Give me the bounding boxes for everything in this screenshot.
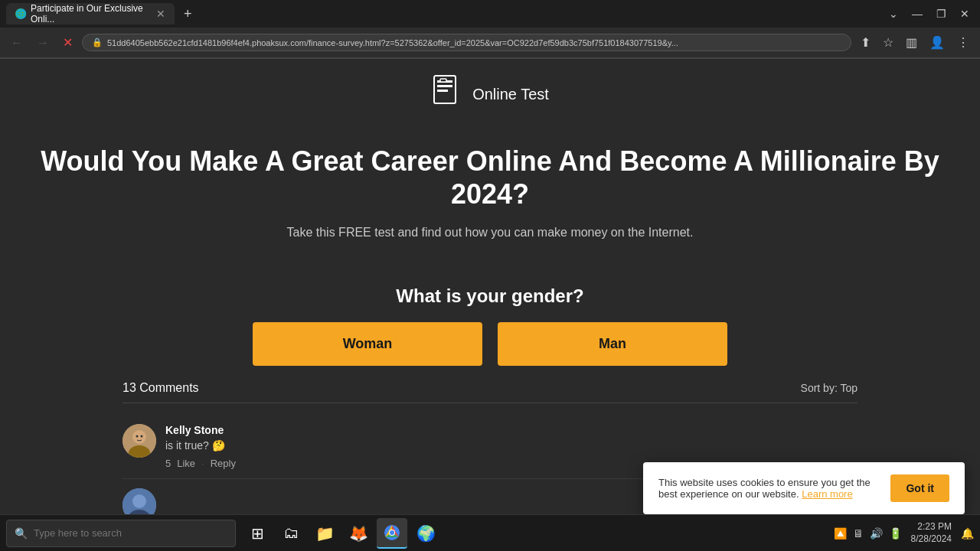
taskbar-right: 🔼 🖥 🔊 🔋 2:23 PM 8/28/2024 🔔 bbox=[834, 521, 974, 545]
tab-close-button[interactable]: ✕ bbox=[156, 8, 165, 20]
svg-rect-4 bbox=[440, 79, 446, 82]
minimize-button[interactable]: — bbox=[907, 6, 927, 21]
avatar bbox=[122, 488, 156, 515]
back-button[interactable]: ← bbox=[6, 33, 28, 53]
forward-button[interactable]: → bbox=[32, 33, 54, 53]
woman-button[interactable]: Woman bbox=[253, 322, 482, 366]
svg-point-11 bbox=[132, 494, 146, 508]
close-window-button[interactable]: ✕ bbox=[956, 6, 974, 21]
tab-favicon-icon: 🌐 bbox=[15, 8, 26, 19]
browser-actions: ⬆ ☆ ▥ 👤 ⋮ bbox=[856, 33, 974, 52]
taskbar-taskview[interactable]: 🗂 bbox=[276, 518, 306, 549]
taskbar-earth[interactable]: 🌍 bbox=[410, 518, 441, 549]
address-bar: ← → ✕ 🔒 51dd6405ebb562e21cfd1481b96f4ef4… bbox=[0, 28, 980, 58]
page-content: Online Test Would You Make A Great Caree… bbox=[0, 59, 980, 515]
comment-text: is it true? 🤔 bbox=[165, 439, 858, 452]
hero-headline: Would You Make A Great Career Online And… bbox=[31, 145, 949, 210]
tab-title: Participate in Our Exclusive Onli... bbox=[31, 3, 152, 24]
logo-icon bbox=[431, 74, 465, 114]
profile-button[interactable]: 👤 bbox=[925, 33, 949, 52]
taskbar-firefox[interactable]: 🦊 bbox=[343, 518, 374, 549]
battery-icon[interactable]: 🔋 bbox=[889, 527, 902, 540]
separator: · bbox=[201, 458, 204, 469]
taskbar-clock[interactable]: 2:23 PM 8/28/2024 bbox=[911, 521, 952, 545]
cookie-accept-button[interactable]: Got it bbox=[890, 474, 949, 502]
comments-header: 13 Comments Sort by: Top bbox=[122, 381, 858, 403]
cookie-banner: This website uses cookies to ensure you … bbox=[643, 462, 965, 514]
gender-buttons: Woman Man bbox=[0, 322, 980, 366]
notification-icon[interactable]: 🔼 bbox=[834, 527, 847, 540]
taskbar-apps: ⊞ 🗂 📁 🦊 🌍 bbox=[242, 518, 441, 549]
reload-button[interactable]: ✕ bbox=[58, 32, 77, 53]
cookie-learn-more-link[interactable]: Learn more bbox=[802, 488, 852, 500]
volume-icon[interactable]: 🔊 bbox=[870, 527, 883, 540]
tab-bar: 🌐 Participate in Our Exclusive Onli... ✕… bbox=[0, 0, 980, 28]
tab-controls: ⌄ — ❐ ✕ bbox=[884, 6, 974, 21]
man-button[interactable]: Man bbox=[498, 322, 727, 366]
taskbar-file-explorer[interactable]: 📁 bbox=[309, 518, 340, 549]
share-button[interactable]: ⬆ bbox=[856, 33, 875, 52]
svg-point-8 bbox=[136, 435, 139, 438]
taskbar-system-icons: 🔼 🖥 🔊 🔋 bbox=[834, 527, 902, 540]
date-display: 8/28/2024 bbox=[911, 533, 952, 546]
svg-point-9 bbox=[141, 435, 143, 438]
secure-icon: 🔒 bbox=[92, 37, 103, 47]
hero-section: Would You Make A Great Career Online And… bbox=[0, 129, 980, 285]
sidebar-button[interactable]: ▥ bbox=[901, 33, 922, 52]
svg-point-16 bbox=[390, 530, 394, 535]
tab-list-button[interactable]: ⌄ bbox=[884, 6, 903, 21]
taskbar: 🔍 ⊞ 🗂 📁 🦊 🌍 🔼 🖥 🔊 🔋 2: bbox=[0, 514, 980, 551]
notification-bell-icon[interactable]: 🔔 bbox=[961, 527, 974, 540]
like-button[interactable]: Like bbox=[177, 458, 195, 469]
maximize-button[interactable]: ❐ bbox=[932, 6, 951, 21]
site-header: Online Test bbox=[0, 59, 980, 129]
url-text: 51dd6405ebb562e21cfd1481b96f4ef4.phoaksu… bbox=[107, 38, 841, 47]
time-display: 2:23 PM bbox=[911, 521, 952, 533]
taskbar-search[interactable]: 🔍 bbox=[6, 520, 236, 547]
avatar bbox=[122, 424, 156, 458]
url-bar[interactable]: 🔒 51dd6405ebb562e21cfd1481b96f4ef4.phoak… bbox=[82, 34, 851, 51]
reply-button[interactable]: Reply bbox=[211, 458, 236, 469]
taskbar-start-button[interactable]: ⊞ bbox=[242, 518, 273, 549]
search-input[interactable] bbox=[34, 527, 227, 539]
svg-rect-2 bbox=[437, 85, 452, 87]
question-label: What is your gender? bbox=[0, 285, 980, 307]
like-count: 5 bbox=[165, 458, 171, 469]
browser-chrome: 🌐 Participate in Our Exclusive Onli... ✕… bbox=[0, 0, 980, 59]
site-logo: Online Test bbox=[431, 74, 549, 114]
menu-button[interactable]: ⋮ bbox=[952, 33, 974, 52]
new-tab-button[interactable]: + bbox=[178, 6, 198, 22]
cookie-text: This website uses cookies to ensure you … bbox=[658, 477, 878, 500]
bookmark-button[interactable]: ☆ bbox=[878, 33, 898, 52]
gender-question: What is your gender? Woman Man bbox=[0, 285, 980, 366]
comment-author: Kelly Stone bbox=[165, 424, 858, 436]
hero-subtext: Take this FREE test and find out how you… bbox=[31, 226, 949, 240]
search-icon: 🔍 bbox=[15, 527, 28, 540]
sort-by-label: Sort by: Top bbox=[801, 382, 858, 394]
svg-rect-3 bbox=[437, 90, 448, 92]
comments-count: 13 Comments bbox=[122, 381, 199, 395]
active-tab[interactable]: 🌐 Participate in Our Exclusive Onli... ✕ bbox=[6, 3, 175, 24]
taskbar-chrome[interactable] bbox=[377, 518, 407, 549]
site-title: Online Test bbox=[472, 86, 549, 103]
svg-point-6 bbox=[132, 430, 146, 444]
network-icon[interactable]: 🖥 bbox=[853, 527, 864, 540]
